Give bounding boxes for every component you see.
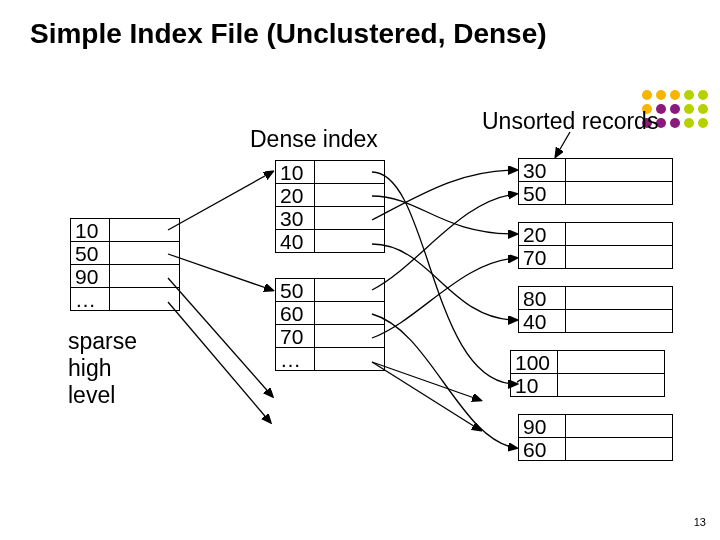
dense-ptr [315,325,385,348]
unsorted-records-label: Unsorted records [482,108,658,135]
dense-index-label: Dense index [250,126,378,153]
table-row: 60 [276,302,385,325]
table-row: 50 [276,279,385,302]
slide-title: Simple Index File (Unclustered, Dense) [30,18,547,50]
table-row: 20 [276,184,385,207]
table-row: 80 [519,287,673,310]
dense-ptr [315,230,385,253]
table-row: 100 [511,351,665,374]
table-row: 10 [71,219,180,242]
dense-cell: 40 [276,230,315,253]
record-cell: 60 [519,438,566,461]
table-row: 30 [276,207,385,230]
table-row: 90 [71,265,180,288]
sparse-cell: 90 [71,265,110,288]
record-block-4: 90 60 [518,414,673,461]
sparse-ptr [110,265,180,288]
dense-cell: 50 [276,279,315,302]
sparse-ptr [110,288,180,311]
table-row: 50 [519,182,673,205]
slide: Simple Index File (Unclustered, Dense) D… [0,0,720,540]
table-row: 60 [519,438,673,461]
record-block-0: 30 50 [518,158,673,205]
record-cell: 10 [511,374,558,397]
table-row: 20 [519,223,673,246]
table-row: … [276,348,385,371]
dense-ptr [315,279,385,302]
sparse-cell: 10 [71,219,110,242]
record-block-3: 100 10 [510,350,665,397]
table-row: 40 [519,310,673,333]
dense-cell: 70 [276,325,315,348]
record-cell: 100 [511,351,558,374]
record-block-1: 20 70 [518,222,673,269]
table-row: 40 [276,230,385,253]
dense-cell: 10 [276,161,315,184]
sparse-caption: sparse high level [68,328,137,409]
table-row: … [71,288,180,311]
table-row: 50 [71,242,180,265]
table-row: 90 [519,415,673,438]
sparse-caption-l3: level [68,382,137,409]
table-row: 10 [511,374,665,397]
record-cell: 30 [519,159,566,182]
record-block-2: 80 40 [518,286,673,333]
sparse-caption-l2: high [68,355,137,382]
dense-index-block-1: 10 20 30 40 [275,160,385,253]
record-cell: 20 [519,223,566,246]
dense-cell: … [276,348,315,371]
dense-ptr [315,207,385,230]
sparse-ptr [110,242,180,265]
record-cell: 80 [519,287,566,310]
dense-cell: 20 [276,184,315,207]
dense-ptr [315,184,385,207]
table-row: 70 [276,325,385,348]
sparse-index-table: 10 50 90 … [70,218,180,311]
dense-ptr [315,348,385,371]
sparse-cell: 50 [71,242,110,265]
page-number: 13 [694,516,706,528]
dense-cell: 60 [276,302,315,325]
dense-ptr [315,302,385,325]
table-row: 10 [276,161,385,184]
record-cell: 70 [519,246,566,269]
table-row: 30 [519,159,673,182]
table-row: 70 [519,246,673,269]
dense-cell: 30 [276,207,315,230]
dense-index-block-2: 50 60 70 … [275,278,385,371]
record-cell: 50 [519,182,566,205]
dense-ptr [315,161,385,184]
sparse-cell: … [71,288,110,311]
record-cell: 90 [519,415,566,438]
record-cell: 40 [519,310,566,333]
sparse-ptr [110,219,180,242]
sparse-caption-l1: sparse [68,328,137,355]
